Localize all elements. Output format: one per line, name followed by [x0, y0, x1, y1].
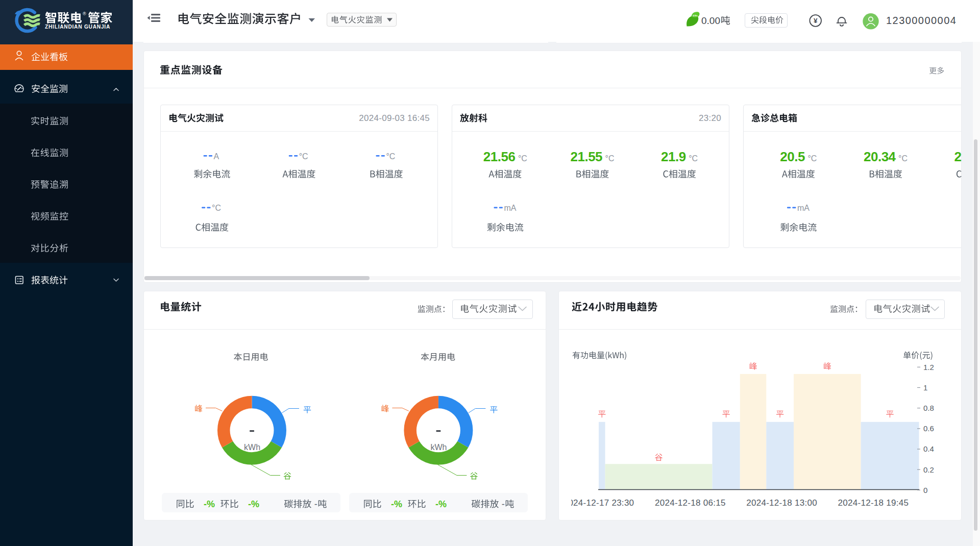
svg-text:0.8: 0.8	[923, 404, 934, 412]
svg-text:0.6: 0.6	[923, 424, 934, 433]
svg-text:20.5: 20.5	[780, 149, 805, 164]
svg-text:21.55: 21.55	[571, 149, 603, 164]
svg-text:°C: °C	[299, 152, 308, 161]
svg-text:0.2: 0.2	[923, 465, 934, 474]
svg-text:-: -	[502, 499, 505, 509]
svg-text:-%: -%	[391, 499, 402, 509]
svg-text:0.4: 0.4	[923, 444, 934, 453]
svg-text:kWh: kWh	[244, 443, 260, 452]
svg-text:-%: -%	[248, 499, 259, 509]
svg-text:0.00: 0.00	[701, 15, 720, 26]
svg-text:23:20: 23:20	[699, 113, 721, 123]
svg-text:¥: ¥	[814, 17, 818, 24]
svg-text:°C: °C	[689, 154, 698, 163]
svg-text:-%: -%	[204, 499, 215, 509]
svg-text:°C: °C	[386, 152, 395, 161]
svg-text:1: 1	[923, 383, 927, 392]
svg-text:2024-12-18 19:45: 2024-12-18 19:45	[838, 498, 909, 508]
svg-text:°C: °C	[605, 154, 615, 163]
svg-text:-: -	[314, 499, 317, 509]
svg-text:mA: mA	[504, 204, 516, 212]
svg-text:®: ®	[83, 11, 86, 16]
svg-text:ZHILIANDIAN GUANJIA: ZHILIANDIAN GUANJIA	[45, 24, 110, 30]
svg-text:1.2: 1.2	[923, 363, 934, 371]
svg-text:0: 0	[923, 486, 927, 494]
svg-text:-%: -%	[435, 499, 447, 509]
svg-text:co₂: co₂	[693, 14, 698, 17]
svg-text:21.9: 21.9	[661, 149, 686, 164]
svg-text:°C: °C	[518, 154, 527, 163]
svg-text:A: A	[214, 152, 219, 161]
svg-text:12300000004: 12300000004	[886, 15, 957, 26]
svg-text:2024-12-18 06:15: 2024-12-18 06:15	[655, 498, 726, 508]
svg-text:mA: mA	[797, 204, 810, 212]
svg-text:°C: °C	[212, 204, 221, 212]
svg-text:20.9: 20.9	[954, 149, 979, 164]
svg-text:20.34: 20.34	[864, 149, 896, 164]
svg-text:°C: °C	[898, 154, 908, 163]
svg-text:kWh: kWh	[431, 443, 447, 452]
svg-text:2024-12-18 13:00: 2024-12-18 13:00	[746, 498, 817, 508]
svg-text:2024-09-03 16:45: 2024-09-03 16:45	[359, 113, 430, 123]
svg-text:°C: °C	[807, 154, 817, 163]
svg-text:2024-12-17 23:30: 2024-12-17 23:30	[564, 498, 634, 508]
svg-text:21.56: 21.56	[483, 149, 516, 164]
